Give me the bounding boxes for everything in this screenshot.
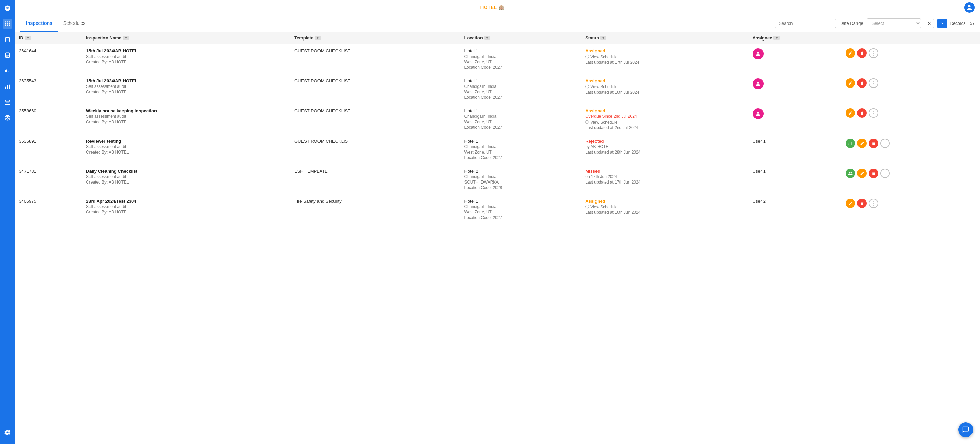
inbox-icon[interactable] <box>3 97 12 107</box>
search-input[interactable] <box>775 19 836 28</box>
gear-icon[interactable] <box>3 428 12 437</box>
location-city: Chandigarh, India <box>464 144 577 149</box>
svg-rect-6 <box>7 24 8 24</box>
location-zone: West Zone, UT <box>464 89 577 94</box>
more-button[interactable]: ⋮ <box>869 108 878 118</box>
edit-button[interactable] <box>846 198 855 208</box>
cell-actions: ⋮ <box>842 165 980 195</box>
delete-button[interactable] <box>857 48 867 58</box>
table-row: 3535891 Reviewer testing Self assessment… <box>15 134 980 165</box>
location-name: Hotel 1 <box>464 48 577 53</box>
status-sort-icon[interactable]: ▼ <box>600 36 606 40</box>
svg-rect-11 <box>6 37 10 42</box>
delete-button[interactable] <box>857 78 867 88</box>
table-header: ID ▼ Inspection Name ▼ T <box>15 32 980 44</box>
chat-bubble[interactable] <box>958 422 973 437</box>
megaphone-icon[interactable] <box>3 66 12 76</box>
svg-rect-12 <box>6 37 8 38</box>
assign-button[interactable] <box>846 169 855 178</box>
cell-inspection-name: Reviewer testing Self assessment audit C… <box>82 134 290 165</box>
download-button[interactable] <box>937 19 947 28</box>
document-icon[interactable] <box>3 50 12 60</box>
chart-button[interactable] <box>846 139 855 148</box>
more-button[interactable]: ⋮ <box>880 169 890 178</box>
cell-status: Missedon 17th Jun 2024Last updated at 17… <box>581 165 748 195</box>
edit-button[interactable] <box>846 48 855 58</box>
status-label: Assigned <box>585 48 744 53</box>
status-by: on 17th Jun 2024 <box>585 174 744 179</box>
location-name: Hotel 1 <box>464 108 577 113</box>
edit-button[interactable] <box>846 108 855 118</box>
location-zone: SOUTH, DWARKA <box>464 180 577 185</box>
delete-button[interactable] <box>857 198 867 208</box>
cell-inspection-name: 15th Jul 2024/AB HOTEL Self assessment a… <box>82 74 290 104</box>
status-view-schedule[interactable]: ⓘView Schedule <box>585 54 744 59</box>
sidebar <box>0 0 15 444</box>
inspection-sub1: Self assessment audit <box>86 204 286 209</box>
svg-rect-7 <box>9 24 10 24</box>
assignee-avatar <box>753 78 764 89</box>
tab-inspections[interactable]: Inspections <box>21 15 58 32</box>
name-sort-icon[interactable]: ▼ <box>123 36 129 40</box>
status-by: by AB HOTEL <box>585 144 744 149</box>
id-sort-icon[interactable]: ▼ <box>25 36 31 40</box>
template-name: GUEST ROOM CHECKLIST <box>294 78 350 83</box>
location-sort-icon[interactable]: ▼ <box>484 36 490 40</box>
svg-rect-8 <box>5 25 6 26</box>
assignee-name: User 2 <box>753 198 765 204</box>
svg-rect-21 <box>9 85 10 89</box>
col-header-template: Template ▼ <box>290 32 460 44</box>
delete-button[interactable] <box>869 169 878 178</box>
template-name: Fire Safety and Security <box>294 198 342 204</box>
col-header-id: ID ▼ <box>15 32 82 44</box>
inspection-title: Reviewer testing <box>86 139 286 144</box>
delete-button[interactable] <box>869 139 878 148</box>
edit-button[interactable] <box>857 139 867 148</box>
more-button[interactable]: ⋮ <box>880 139 890 148</box>
status-view-schedule[interactable]: ⓘView Schedule <box>585 84 744 89</box>
svg-rect-32 <box>851 142 852 145</box>
location-city: Chandigarh, India <box>464 84 577 89</box>
status-last-updated: Last updated at 17th Jun 2024 <box>585 180 744 185</box>
more-button[interactable]: ⋮ <box>869 78 878 88</box>
edit-button[interactable] <box>846 78 855 88</box>
cell-status: AssignedⓘView ScheduleLast updated at 16… <box>581 74 748 104</box>
svg-rect-5 <box>5 24 6 24</box>
assignee-name: User 1 <box>753 169 765 174</box>
svg-point-28 <box>757 82 759 84</box>
more-button[interactable]: ⋮ <box>869 48 878 58</box>
grid-icon[interactable] <box>3 19 12 29</box>
status-last-updated: Last updated at 17th Jul 2024 <box>585 60 744 65</box>
location-zone: West Zone, UT <box>464 59 577 64</box>
info-icon: ⓘ <box>585 54 589 59</box>
cell-location: Hotel 1 Chandigarh, India West Zone, UT … <box>460 195 581 224</box>
cell-location: Hotel 1 Chandigarh, India West Zone, UT … <box>460 74 581 104</box>
more-button[interactable]: ⋮ <box>869 198 878 208</box>
app-logo-icon[interactable] <box>3 3 12 13</box>
assignee-sort-icon[interactable]: ▼ <box>773 36 780 40</box>
template-sort-icon[interactable]: ▼ <box>315 36 321 40</box>
target-icon[interactable] <box>3 113 12 123</box>
user-avatar[interactable] <box>964 2 975 13</box>
cell-assignee <box>749 74 842 104</box>
inspection-id-value: 3535891 <box>19 139 37 144</box>
location-city: Chandigarh, India <box>464 54 577 59</box>
date-range-select[interactable]: Select <box>867 18 921 28</box>
records-count: Records: 157 <box>950 21 975 26</box>
chart-bar-icon[interactable] <box>3 82 12 91</box>
status-view-schedule[interactable]: ⓘView Schedule <box>585 120 744 125</box>
clear-button[interactable]: ✕ <box>924 19 934 28</box>
tab-schedules[interactable]: Schedules <box>58 15 91 32</box>
action-buttons: ⋮ <box>846 78 976 88</box>
svg-point-29 <box>757 112 759 114</box>
clipboard-icon[interactable] <box>3 35 12 44</box>
delete-button[interactable] <box>857 108 867 118</box>
col-header-location: Location ▼ <box>460 32 581 44</box>
cell-template: GUEST ROOM CHECKLIST <box>290 74 460 104</box>
status-view-schedule[interactable]: ⓘView Schedule <box>585 204 744 209</box>
inspection-sub1: Self assessment audit <box>86 84 286 89</box>
edit-button[interactable] <box>857 169 867 178</box>
inspection-title: 23rd Apr 2024/Test 2304 <box>86 198 286 204</box>
cell-status: AssignedⓘView ScheduleLast updated at 17… <box>581 44 748 74</box>
status-last-updated: Last updated at 2nd Jul 2024 <box>585 125 744 130</box>
